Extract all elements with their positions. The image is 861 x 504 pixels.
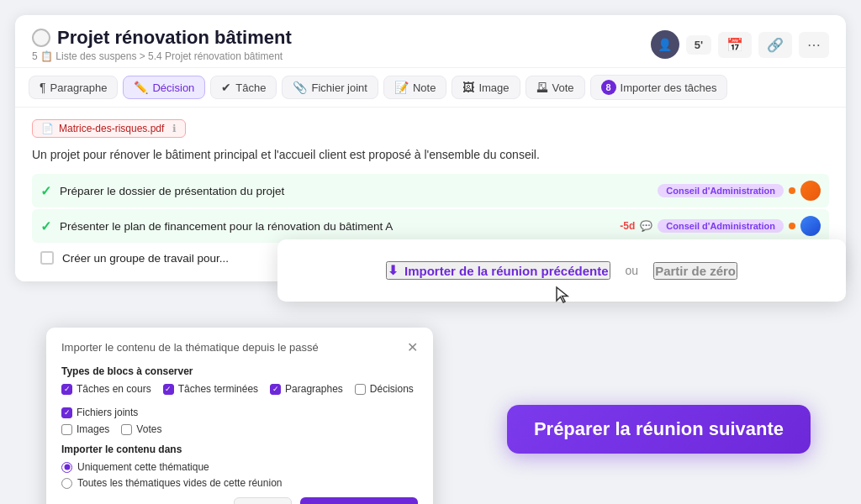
check-empty-icon [40, 251, 54, 265]
calendar-btn[interactable]: 📅 [718, 32, 752, 58]
tag-dot-1 [789, 187, 795, 194]
image-label: Image [478, 81, 509, 94]
import-from-prev-label: Importer de la réunion précédente [404, 264, 609, 278]
importer-icon: 8 [601, 80, 616, 95]
toolbar-paragraphe[interactable]: ¶ Paragraphe [29, 76, 118, 99]
tag-pill-1: Conseil d'Administration [658, 184, 784, 197]
task-avatar-2 [800, 216, 821, 236]
radio-uniquement[interactable]: Uniquement cette thématique [61, 461, 418, 473]
import-btn[interactable]: Importer le contenu [300, 497, 418, 504]
tache-icon: ✔ [221, 81, 231, 94]
vote-icon: 🗳 [536, 81, 548, 94]
dialog-box: Importer le contenu de la thématique dep… [46, 328, 433, 504]
rb-uniquement [61, 462, 72, 473]
radio-toutes[interactable]: Toutes les thématiques vides de cette ré… [61, 477, 418, 489]
note-label: Note [413, 81, 436, 94]
toolbar-vote[interactable]: 🗳 Vote [526, 76, 585, 99]
cta-button[interactable]: Préparer la réunion suivante [507, 405, 811, 454]
checkbox-row-1: ✓ Tâches en cours ✓ Tâches terminées ✓ P… [61, 383, 418, 418]
task-label-1: Préparer le dossier de présentation du p… [60, 185, 649, 197]
tag-dot-2 [789, 223, 795, 229]
task-avatar-1 [800, 181, 821, 201]
cb-taches-terminees[interactable]: ✓ Tâches terminées [163, 383, 258, 395]
breadcrumb: 5 📋 Liste des suspens > 5.4 Projet rénov… [32, 50, 292, 62]
chat-icon-2: 💬 [640, 220, 652, 232]
cb-paragraphes[interactable]: ✓ Paragraphes [270, 383, 343, 395]
cb-images[interactable]: Images [61, 423, 109, 435]
header-right: 👤 5' 📅 🔗 ⋯ [651, 30, 829, 59]
task-meta-1: Conseil d'Administration [658, 181, 821, 201]
types-section-title: Types de blocs à conserver [61, 365, 418, 377]
paragraphe-icon: ¶ [40, 81, 46, 94]
cb-fichiers-joints-box: ✓ [61, 407, 72, 418]
cb-images-box [61, 424, 72, 435]
toolbar-decision[interactable]: ✏️ Décision [123, 76, 205, 99]
toolbar: ¶ Paragraphe ✏️ Décision ✔ Tâche 📎 Fichi… [15, 67, 846, 108]
cb-votes[interactable]: Votes [121, 423, 161, 435]
time-badge: 5' [686, 35, 711, 55]
description: Un projet pour rénover le bâtiment princ… [32, 146, 829, 164]
avatar-icon: 👤 [658, 38, 672, 51]
file-tag[interactable]: 📄 Matrice-des-risques.pdf ℹ [32, 119, 186, 138]
cb-taches-cours-box: ✓ [61, 384, 72, 395]
toolbar-fichier[interactable]: 📎 Fichier joint [282, 76, 378, 99]
title-text: Projet rénovation bâtiment [57, 27, 292, 49]
toolbar-tache[interactable]: ✔ Tâche [210, 76, 277, 99]
rb-toutes [61, 478, 72, 489]
fichier-label: Fichier joint [311, 81, 367, 94]
import-dans-section-title: Importer le contenu dans [61, 444, 418, 455]
task-meta-2: -5d 💬 Conseil d'Administration [620, 216, 821, 236]
cb-votes-box [121, 424, 132, 435]
cancel-btn[interactable]: Fermer [234, 497, 292, 504]
dialog-close-btn[interactable]: ✕ [407, 339, 418, 355]
toolbar-note[interactable]: 📝 Note [383, 76, 446, 99]
import-panel: ⬇ Importer de la réunion précédente ou P… [277, 239, 846, 302]
paragraphe-label: Paragraphe [50, 81, 108, 94]
import-from-zero-btn[interactable]: Partir de zéro [653, 262, 737, 280]
cb-decisions-box [355, 384, 366, 395]
importer-label: Importer des tâches [621, 81, 717, 94]
cta-label: Préparer la réunion suivante [534, 418, 784, 439]
toolbar-importer[interactable]: 8 Importer des tâches [590, 75, 728, 100]
dialog-footer: Fermer Importer le contenu [61, 497, 418, 504]
file-info-icon: ℹ [172, 123, 177, 134]
import-from-zero-label: Partir de zéro [655, 264, 736, 278]
breadcrumb-text: 5 📋 Liste des suspens > 5.4 Projet rénov… [32, 50, 283, 62]
cb-decisions[interactable]: Décisions [355, 383, 414, 395]
check-done-icon: ✓ [40, 183, 51, 199]
task-label-2: Présenter le plan de financement pour la… [60, 220, 611, 233]
vote-label: Vote [552, 81, 574, 94]
note-icon: 📝 [394, 81, 409, 94]
cb-paragraphes-box: ✓ [270, 384, 281, 395]
fichier-icon: 📎 [293, 81, 307, 94]
cb-taches-cours[interactable]: ✓ Tâches en cours [61, 383, 151, 395]
project-icon [32, 29, 50, 47]
import-row: ⬇ Importer de la réunion précédente ou P… [298, 253, 826, 285]
download-icon: ⬇ [388, 263, 399, 278]
tag-pill-2: Conseil d'Administration [658, 219, 784, 233]
import-from-prev-btn[interactable]: ⬇ Importer de la réunion précédente [386, 261, 610, 280]
file-label: Matrice-des-risques.pdf [59, 123, 164, 134]
dialog-header: Importer le contenu de la thématique dep… [61, 339, 418, 355]
file-icon: 📄 [41, 123, 54, 134]
import-separator: ou [626, 264, 639, 277]
checkbox-row-2: Images Votes [61, 423, 418, 435]
tache-label: Tâche [235, 81, 266, 94]
cb-taches-terminees-box: ✓ [163, 384, 174, 395]
decision-icon: ✏️ [134, 81, 148, 94]
radio-row: Uniquement cette thématique Toutes les t… [61, 461, 418, 489]
decision-label: Décision [152, 81, 194, 94]
task-days-2: -5d [620, 220, 635, 232]
cb-fichiers-joints[interactable]: ✓ Fichiers joints [61, 407, 138, 418]
task-item: ✓ Préparer le dossier de présentation du… [32, 174, 829, 207]
share-btn[interactable]: 🔗 [758, 32, 792, 58]
avatar: 👤 [651, 30, 679, 59]
more-btn[interactable]: ⋯ [799, 32, 829, 58]
card-header: Projet rénovation bâtiment 5 📋 Liste des… [15, 15, 846, 67]
image-icon: 🖼 [462, 81, 474, 94]
toolbar-image[interactable]: 🖼 Image [452, 76, 520, 99]
task-item: ✓ Présenter le plan de financement pour … [32, 209, 829, 243]
dialog-title: Importer le contenu de la thématique dep… [61, 341, 319, 354]
check-done-icon-2: ✓ [40, 218, 51, 234]
project-title: Projet rénovation bâtiment [32, 27, 292, 49]
